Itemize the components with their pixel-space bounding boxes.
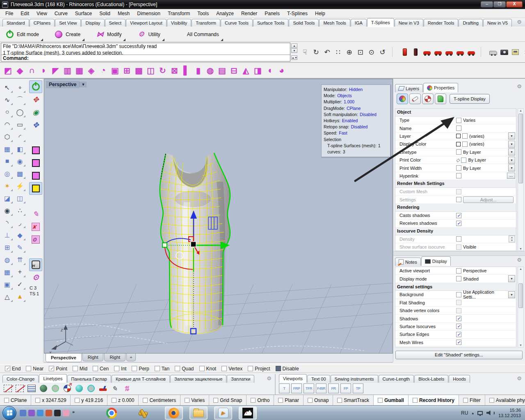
ts-tool-12-icon[interactable]: ▩ — [133, 64, 145, 77]
checkbox[interactable] — [175, 366, 180, 371]
ts-tool-19-icon[interactable]: ▤ — [216, 64, 228, 77]
menu-item[interactable]: Help — [311, 10, 329, 17]
menu-item[interactable]: File — [2, 10, 17, 17]
toolbar-tab[interactable]: CPlanes — [30, 19, 55, 27]
properties-scrollbar[interactable]: ▲▼ — [518, 108, 524, 251]
checkbox[interactable] — [456, 236, 461, 242]
align-icon[interactable]: + — [14, 266, 26, 278]
checkbox[interactable] — [456, 308, 461, 313]
ts-tool-24-icon[interactable]: ◕ — [276, 64, 288, 77]
ts-tool-16-icon[interactable]: ▌ — [180, 64, 192, 77]
checkbox[interactable] — [456, 197, 461, 202]
menu-item[interactable]: Transform — [164, 10, 194, 17]
toolbar-tab[interactable]: Render Tools — [424, 19, 459, 27]
checkbox[interactable] — [143, 398, 148, 403]
network-icon[interactable] — [477, 411, 483, 415]
status-cell[interactable]: SmartTrack — [333, 395, 374, 405]
ts-tool-15-icon[interactable]: ⊠ — [169, 64, 180, 77]
red-linetype-icon[interactable] — [98, 383, 108, 393]
ts-tool-23-icon[interactable]: ◖ — [264, 64, 276, 77]
status-cell[interactable]: Varies — [180, 395, 209, 405]
viewport-layout-icon[interactable]: TP — [353, 383, 363, 393]
toolbar-tab[interactable]: Drafting — [459, 19, 483, 27]
status-cell[interactable]: CPlane — [0, 395, 31, 405]
diamond-icon[interactable]: ◆ — [14, 229, 26, 241]
dock-tab[interactable]: Linetypes — [39, 374, 66, 383]
title-bar[interactable]: Плечевой.3dm (168 KB) - Rhinoceros (Educ… — [0, 0, 525, 9]
linetype-list-icon[interactable] — [26, 383, 37, 393]
status-cell[interactable]: z 0.000 — [107, 395, 139, 405]
boolean-icon[interactable]: ◉ — [1, 204, 14, 217]
flash-icon[interactable]: ⚡ — [14, 180, 26, 192]
checkbox[interactable] — [155, 366, 160, 371]
pyramid-icon[interactable]: ▲ — [14, 290, 26, 303]
toolbar-tab[interactable]: Mesh Tools — [319, 19, 350, 27]
osnap-toggle[interactable]: Knot — [199, 366, 217, 372]
gear-icon[interactable]: ⚙ — [517, 84, 522, 89]
osnap-toggle[interactable]: Project — [248, 366, 270, 372]
ts-tool-13-icon[interactable]: ◫ — [145, 64, 157, 77]
viewport-layout-icon[interactable]: TFR — [304, 383, 314, 393]
toolbar-tab[interactable]: New in V3 — [395, 19, 423, 27]
scroll-down-icon[interactable]: ▼ — [291, 48, 297, 53]
checkbox[interactable] — [462, 142, 468, 147]
zoom-extents-icon[interactable]: ⊙ — [366, 47, 377, 57]
toolbar-tab[interactable]: Display — [81, 19, 104, 27]
minimize-button[interactable]: – — [481, 1, 493, 7]
gear-icon[interactable]: ⚙ — [517, 19, 522, 25]
disk-icon[interactable]: ◍ — [1, 253, 14, 266]
osnap-toggle[interactable]: Near — [26, 366, 43, 372]
tab-notes[interactable]: Notes — [395, 258, 421, 266]
quick-launch-icon[interactable] — [20, 410, 26, 416]
more-tools-icon[interactable]: » — [521, 47, 525, 57]
firefox-taskbar-icon[interactable] — [165, 406, 183, 420]
status-cell[interactable]: Osnap — [304, 395, 333, 405]
status-cell[interactable]: Filter — [459, 395, 485, 405]
toolbar-tab[interactable]: IGA — [351, 19, 367, 27]
status-cell[interactable]: Grid Snap — [209, 395, 247, 405]
red-panel-icon[interactable] — [399, 47, 410, 57]
checkbox[interactable] — [456, 340, 461, 345]
tools-taskbar-icon[interactable] — [134, 406, 152, 420]
viewport-menu-icon[interactable]: ▼ — [79, 82, 87, 87]
toolbar-tab[interactable]: Visibility — [167, 19, 192, 27]
checkbox[interactable] — [456, 118, 461, 123]
tspline-display-button[interactable]: T-spline Display — [450, 94, 490, 104]
viewport-layout-icon[interactable]: FR — [328, 383, 339, 393]
menu-item[interactable]: Render — [237, 10, 261, 17]
linetype-hidden-icon[interactable] — [2, 383, 13, 393]
toolbar-tab[interactable]: Curve Tools — [221, 19, 253, 27]
checkbox[interactable] — [35, 398, 40, 403]
checkbox[interactable] — [276, 366, 281, 371]
viewport-tab[interactable]: Perspective — [46, 354, 82, 362]
dock-tab[interactable]: Text 00 — [307, 375, 330, 383]
viewport-layout-icon[interactable]: T — [279, 383, 290, 393]
checkbox[interactable] — [185, 398, 189, 403]
checkbox[interactable] — [456, 276, 461, 281]
material-green-wire-icon[interactable] — [50, 383, 60, 393]
ts-tool-9-icon[interactable]: ◔ — [97, 64, 109, 77]
gumball-axis-icon[interactable] — [29, 93, 42, 106]
check-icon[interactable]: ✓ — [14, 278, 26, 290]
display-row[interactable]: Background Use Application Setti... — [395, 291, 516, 299]
osnap-toggle[interactable]: Quad — [175, 366, 194, 372]
checkbox[interactable] — [308, 398, 313, 403]
zoom-in-icon[interactable]: ⊕ — [344, 47, 355, 57]
car-side2-icon[interactable] — [443, 47, 454, 57]
ts-select-object-icon[interactable] — [29, 182, 42, 195]
checkbox[interactable] — [456, 300, 461, 305]
osnap-toggle[interactable]: End — [5, 366, 21, 372]
command-prompt[interactable]: Command: — [1, 55, 290, 61]
modify-button[interactable]: Modify — [94, 29, 124, 40]
viewport-tab[interactable]: + — [126, 354, 135, 361]
quick-launch-icon[interactable] — [37, 410, 43, 416]
display-row[interactable]: Shadows — [395, 315, 516, 322]
menu-item[interactable]: Edit — [17, 10, 33, 17]
display-row[interactable]: Mesh Wires — [395, 339, 516, 347]
ts-tool-14-icon[interactable]: ↻ — [157, 64, 169, 77]
rectangle-icon[interactable]: ▭ — [14, 118, 26, 130]
toolbar-tab[interactable]: T-Splines — [367, 18, 394, 27]
checkbox[interactable] — [73, 366, 78, 371]
ts-edit-mode-icon[interactable] — [29, 80, 42, 93]
display-row[interactable]: Active viewport Perspective — [395, 267, 516, 275]
